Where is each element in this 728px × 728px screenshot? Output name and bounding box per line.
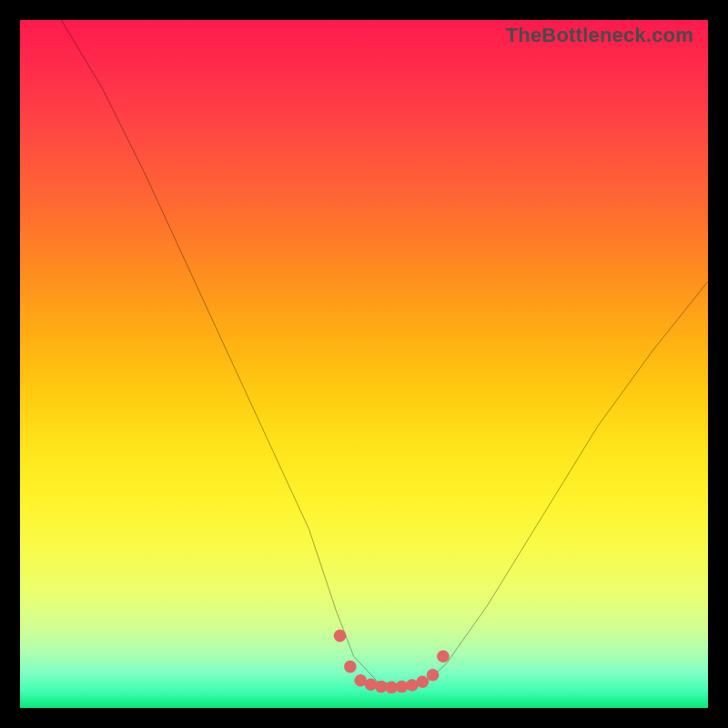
plot-area: TheBottleneck.com bbox=[20, 20, 708, 708]
highlight-dot bbox=[334, 630, 347, 642]
chart-frame: TheBottleneck.com bbox=[0, 0, 728, 728]
highlight-dot bbox=[416, 675, 429, 688]
highlight-dot bbox=[344, 661, 357, 673]
curve-path bbox=[61, 20, 708, 686]
highlight-dot bbox=[437, 650, 450, 662]
highlight-dot bbox=[365, 678, 378, 691]
chart-svg bbox=[20, 20, 708, 708]
series-group bbox=[61, 20, 708, 693]
highlight-dot bbox=[427, 669, 440, 682]
